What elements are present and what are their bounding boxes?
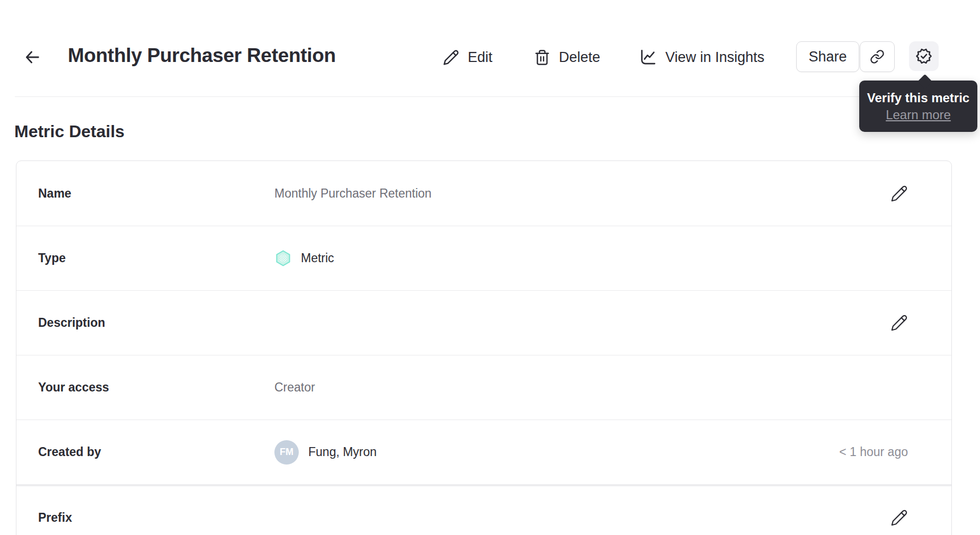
trash-icon (534, 49, 550, 66)
back-button[interactable] (21, 47, 43, 68)
your-access-value: Creator (274, 380, 315, 395)
verify-tooltip-title: Verify this metric (867, 91, 969, 105)
arrow-left-icon (23, 48, 41, 66)
copy-link-button[interactable] (860, 41, 895, 72)
table-row-created-by: Created by FM Fung, Myron < 1 hour ago (16, 420, 951, 484)
created-by-value: FM Fung, Myron (274, 440, 377, 465)
delete-button-label: Delete (559, 49, 600, 66)
type-value: Metric (274, 249, 334, 267)
metric-details-heading: Metric Details (14, 122, 124, 141)
table-row-type: Type Metric (16, 226, 951, 290)
name-value: Monthly Purchaser Retention (274, 186, 432, 201)
metric-hexagon-icon (274, 249, 292, 267)
page-title: Monthly Purchaser Retention (68, 44, 336, 67)
edit-name-button[interactable] (890, 185, 908, 202)
created-by-name: Fung, Myron (308, 445, 377, 459)
type-value-text: Metric (301, 251, 334, 265)
type-label: Type (38, 251, 274, 265)
pencil-icon (443, 49, 459, 66)
pencil-icon (890, 185, 908, 202)
edit-description-button[interactable] (890, 314, 908, 332)
edit-button[interactable]: Edit (443, 47, 493, 67)
share-button[interactable]: Share (796, 41, 859, 72)
table-row-your-access: Your access Creator (16, 355, 951, 420)
verified-seal-icon (914, 47, 933, 66)
metric-details-page: Monthly Purchaser Retention Edit Delete … (0, 0, 980, 535)
edit-prefix-button[interactable] (890, 509, 908, 527)
delete-button[interactable]: Delete (534, 47, 600, 67)
table-row-name: Name Monthly Purchaser Retention (16, 161, 951, 226)
share-button-label: Share (808, 49, 847, 65)
pencil-icon (890, 314, 908, 332)
verify-metric-button[interactable] (909, 41, 939, 71)
line-chart-icon (639, 48, 657, 66)
edit-button-label: Edit (468, 49, 493, 66)
table-row-prefix: Prefix (16, 484, 951, 535)
pencil-icon (890, 509, 908, 527)
created-by-label: Created by (38, 445, 274, 459)
prefix-label: Prefix (38, 511, 274, 525)
name-label: Name (38, 186, 274, 201)
table-row-description: Description (16, 290, 951, 355)
learn-more-link[interactable]: Learn more (886, 108, 951, 122)
view-in-insights-label: View in Insights (665, 49, 764, 66)
your-access-label: Your access (38, 380, 274, 395)
chain-link-icon (870, 49, 885, 64)
avatar: FM (274, 440, 299, 465)
metric-details-card: Name Monthly Purchaser Retention Type (16, 160, 952, 535)
header-divider (15, 96, 965, 97)
view-in-insights-button[interactable]: View in Insights (639, 47, 764, 67)
description-label: Description (38, 316, 274, 330)
created-timestamp: < 1 hour ago (839, 445, 908, 459)
verify-tooltip: Verify this metric Learn more (859, 81, 977, 132)
